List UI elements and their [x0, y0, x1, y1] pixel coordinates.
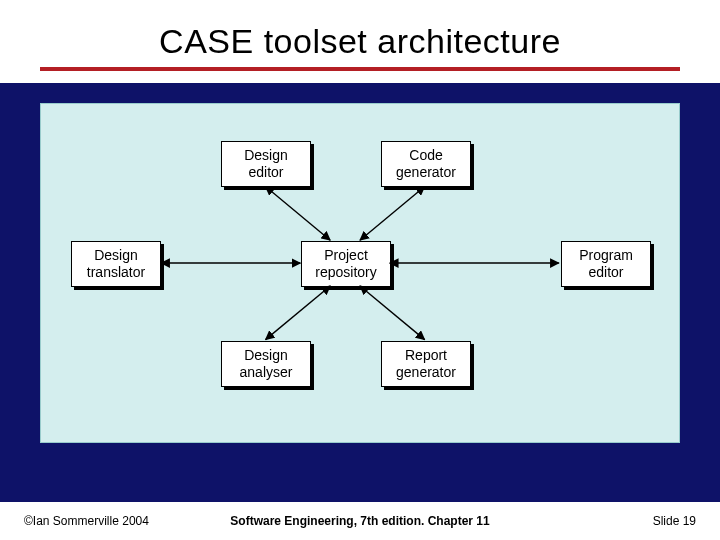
node-label: Projectrepository	[315, 247, 376, 281]
node-design-editor: Designeditor	[221, 141, 311, 187]
node-label: Designeditor	[244, 147, 288, 181]
node-project-repository: Projectrepository	[301, 241, 391, 287]
node-design-analyser: Designanalyser	[221, 341, 311, 387]
node-program-editor: Programeditor	[561, 241, 651, 287]
title-area: CASE toolset architecture	[0, 0, 720, 83]
page-title: CASE toolset architecture	[40, 22, 680, 61]
node-label: Programeditor	[579, 247, 633, 281]
diagram: Designeditor Codegenerator Designtransla…	[40, 103, 680, 443]
svg-line-5	[360, 286, 425, 340]
node-label: Codegenerator	[396, 147, 456, 181]
node-label: Reportgenerator	[396, 347, 456, 381]
footer-book: Software Engineering, 7th edition. Chapt…	[230, 514, 489, 528]
node-label: Designtranslator	[87, 247, 145, 281]
title-rule	[40, 67, 680, 71]
footer-copyright: ©Ian Sommerville 2004	[24, 514, 149, 528]
footer-slide: Slide 19	[653, 514, 696, 528]
node-report-generator: Reportgenerator	[381, 341, 471, 387]
svg-line-0	[266, 187, 331, 241]
node-design-translator: Designtranslator	[71, 241, 161, 287]
svg-line-4	[266, 286, 331, 340]
node-code-generator: Codegenerator	[381, 141, 471, 187]
node-label: Designanalyser	[240, 347, 293, 381]
footer: ©Ian Sommerville 2004 Software Engineeri…	[0, 502, 720, 540]
svg-line-1	[360, 187, 425, 241]
